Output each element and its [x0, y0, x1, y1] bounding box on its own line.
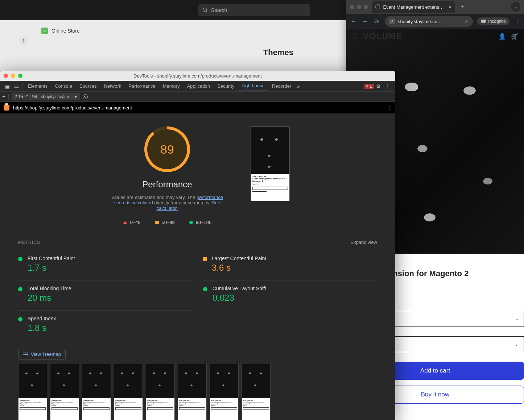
chevron-down-icon: ⌄ [515, 316, 519, 321]
filmstrip-frame[interactable]: STAYLIME INC.Event Management extension … [50, 364, 79, 420]
metric-cls: Cumulative Layout Shift 0.023 [203, 280, 377, 310]
score-value: 89 [160, 142, 174, 157]
breadcrumb-label: Online Store [51, 28, 80, 34]
account-icon[interactable]: 👤 [499, 33, 506, 40]
tab-title: Event Management extensio… [383, 4, 444, 10]
back-button[interactable]: ← [350, 18, 357, 25]
more-tabs-icon[interactable]: » [295, 83, 302, 89]
filmstrip-frame[interactable]: STAYLIME INC.Event Management extension … [146, 364, 175, 420]
globe-icon [375, 4, 380, 9]
lighthouse-toolbar: + 2:15:21 PM - shopify.staylim… ▾ [0, 92, 395, 102]
new-report-button[interactable]: + [2, 93, 5, 100]
metric-lcp: Largest Contentful Paint 3.6 s [203, 250, 377, 280]
tab-security[interactable]: Security [214, 81, 238, 91]
status-dot-icon [18, 287, 22, 291]
shopify-sidebar: 1 [0, 20, 33, 65]
forward-button[interactable]: → [362, 18, 369, 25]
lighthouse-icon [4, 105, 9, 111]
error-count-badge[interactable]: 1 [364, 84, 374, 89]
inspect-icon[interactable]: ▣ [3, 83, 12, 89]
triangle-icon [123, 221, 127, 224]
chrome-toolbar: ← → ⟳ ⇄ shopify.staylime.co… ☆ Incognito… [346, 14, 524, 29]
reload-button[interactable]: ⟳ [373, 18, 380, 25]
view-treemap-button[interactable]: View Treemap [18, 349, 66, 359]
tab-performance[interactable]: Performance [125, 81, 159, 91]
tab-application[interactable]: Application [183, 81, 214, 91]
score-legend: 0–49 50–89 90–100 [106, 220, 229, 225]
settings-icon[interactable]: ⚙ [374, 83, 383, 89]
shopify-notification-badge[interactable]: 1 [20, 37, 28, 45]
score-category-label: Performance [106, 179, 229, 190]
metric-tbt: Total Blocking Time 20 ms [18, 280, 192, 310]
devtools-panel-tabs: ▣ ▭ Elements Console Sources Network Per… [0, 81, 395, 92]
tab-elements[interactable]: Elements [24, 81, 51, 91]
devtools-window: DevTools - shopify.staylime.com/products… [0, 71, 395, 420]
report-menu-icon[interactable]: ⋮ [387, 105, 392, 111]
metrics-heading: METRICS [18, 240, 40, 245]
metric-fcp: First Contentful Paint 1.7 s [18, 250, 192, 280]
shopify-search-input[interactable]: Search [198, 4, 310, 16]
devtools-titlebar: DevTools - shopify.staylime.com/products… [0, 71, 395, 81]
filmstrip-frame[interactable]: STAYLIME INC.Event Management extension … [178, 364, 207, 420]
device-toggle-icon[interactable]: ▭ [12, 83, 21, 89]
score-gauge: 89 [144, 126, 190, 172]
chevron-down-icon: ⌄ [515, 342, 519, 347]
status-square-icon [203, 257, 207, 261]
window-title: DevTools - shopify.staylime.com/products… [0, 73, 395, 79]
online-store-icon [41, 28, 48, 34]
filmstrip-frame[interactable]: STAYLIME INC.Event Management extension … [18, 364, 47, 420]
report-selector[interactable]: 2:15:21 PM - shopify.staylim… ▾ [12, 93, 80, 100]
circle-icon [189, 221, 193, 224]
search-icon [202, 7, 208, 13]
chrome-menu-button[interactable]: ⋮ [514, 17, 520, 25]
tab-overflow-button[interactable]: ⌄ [511, 2, 520, 12]
treemap-icon [23, 353, 28, 356]
tested-url: https://shopify.staylime.com/products/ev… [13, 105, 132, 111]
lighthouse-report: 89 Performance Values are estimated and … [0, 113, 395, 420]
score-disclaimer: Values are estimated and may vary. The p… [106, 195, 229, 211]
metric-si: Speed Index 1.8 s [18, 310, 192, 340]
new-tab-button[interactable]: + [459, 3, 467, 11]
status-dot-icon [18, 257, 22, 261]
filmstrip: STAYLIME INC.Event Management extension … [7, 364, 388, 420]
filmstrip-frame[interactable]: STAYLIME INC.Event Management extension … [242, 364, 271, 420]
lighthouse-url-bar: https://shopify.staylime.com/products/ev… [0, 102, 395, 113]
window-controls[interactable] [350, 5, 368, 9]
incognito-indicator[interactable]: Incognito [477, 17, 509, 25]
store-logo[interactable]: VOLUME [363, 31, 403, 41]
hamburger-icon[interactable]: ☰ [352, 32, 359, 41]
clear-icon[interactable] [83, 94, 88, 99]
status-dot-icon [18, 317, 22, 321]
tab-lighthouse[interactable]: Lighthouse [238, 81, 268, 91]
performance-score-block: 89 Performance Values are estimated and … [106, 126, 229, 225]
square-icon [155, 221, 159, 224]
filmstrip-frame[interactable]: STAYLIME INC.Event Management extension … [82, 364, 111, 420]
tab-recorder[interactable]: Recorder [268, 81, 295, 91]
bookmark-icon[interactable]: ☆ [464, 19, 469, 24]
tab-sources[interactable]: Sources [76, 81, 100, 91]
filmstrip-frame[interactable]: STAYLIME INC.Event Management extension … [210, 364, 239, 420]
tab-memory[interactable]: Memory [159, 81, 183, 91]
status-dot-icon [203, 287, 207, 291]
final-screenshot: STAYLIME INC. Event Management extension… [251, 126, 290, 201]
browser-tab[interactable]: Event Management extensio… × [372, 1, 455, 13]
site-settings-icon[interactable]: ⇄ [389, 18, 395, 24]
devtools-menu-icon[interactable]: ⋮ [383, 83, 392, 89]
chrome-tabstrip: Event Management extensio… × + ⌄ [346, 0, 524, 14]
address-bar[interactable]: ⇄ shopify.staylime.co… ☆ [385, 16, 473, 27]
expand-view-toggle[interactable]: Expand view [350, 240, 377, 245]
tab-network[interactable]: Network [100, 81, 125, 91]
chevron-down-icon: ▾ [75, 94, 77, 99]
incognito-icon [481, 20, 486, 23]
cart-icon[interactable]: 🛒 [511, 33, 518, 40]
close-tab-icon[interactable]: × [449, 4, 451, 10]
store-header: ☰ VOLUME 👤 🛒 [346, 29, 524, 43]
url-text: shopify.staylime.co… [398, 19, 442, 24]
search-placeholder: Search [211, 7, 227, 13]
tab-console[interactable]: Console [51, 81, 76, 91]
filmstrip-frame[interactable]: STAYLIME INC.Event Management extension … [114, 364, 143, 420]
